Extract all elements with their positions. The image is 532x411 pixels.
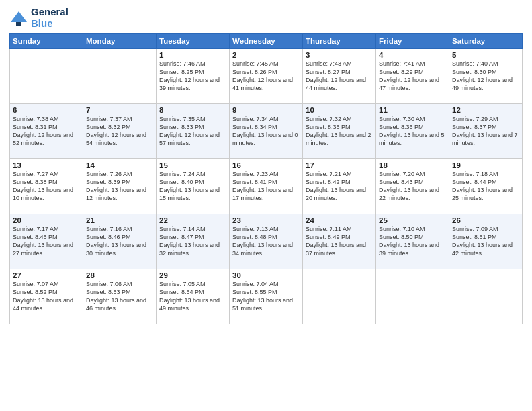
table-row: 13Sunrise: 7:27 AMSunset: 8:38 PMDayligh… — [10, 159, 83, 214]
col-monday: Monday — [83, 34, 157, 49]
day-info: Sunrise: 7:24 AMSunset: 8:40 PMDaylight:… — [159, 170, 226, 203]
sunrise-text: Sunrise: 7:24 AM — [159, 171, 206, 177]
daylight-text: Daylight: 13 hours and 32 minutes. — [159, 242, 220, 257]
table-row — [83, 49, 157, 104]
table-row: 22Sunrise: 7:14 AMSunset: 8:47 PMDayligh… — [157, 214, 230, 269]
day-info: Sunrise: 7:43 AMSunset: 8:27 PMDaylight:… — [306, 60, 373, 93]
sunset-text: Sunset: 8:42 PM — [306, 179, 351, 185]
table-row: 19Sunrise: 7:18 AMSunset: 8:44 PMDayligh… — [449, 159, 523, 214]
day-number: 25 — [379, 216, 446, 224]
sunset-text: Sunset: 8:27 PM — [306, 68, 351, 75]
sunrise-text: Sunrise: 7:45 AM — [232, 60, 279, 67]
day-info: Sunrise: 7:10 AMSunset: 8:50 PMDaylight:… — [379, 225, 446, 258]
sunrise-text: Sunrise: 7:10 AM — [379, 226, 425, 232]
daylight-text: Daylight: 13 hours and 15 minutes. — [159, 187, 220, 201]
day-number: 24 — [306, 216, 373, 224]
table-row: 20Sunrise: 7:17 AMSunset: 8:45 PMDayligh… — [10, 214, 83, 269]
sunrise-text: Sunrise: 7:27 AM — [13, 171, 59, 177]
sunrise-text: Sunrise: 7:17 AM — [13, 226, 59, 232]
col-sunday: Sunday — [10, 34, 83, 49]
daylight-text: Daylight: 13 hours and 25 minutes. — [452, 187, 513, 201]
sunrise-text: Sunrise: 7:32 AM — [306, 116, 352, 122]
calendar-week-row: 27Sunrise: 7:07 AMSunset: 8:52 PMDayligh… — [10, 269, 523, 324]
day-info: Sunrise: 7:26 AMSunset: 8:39 PMDaylight:… — [86, 170, 153, 203]
table-row: 11Sunrise: 7:30 AMSunset: 8:36 PMDayligh… — [376, 104, 449, 159]
col-saturday: Saturday — [449, 34, 523, 49]
daylight-text: Daylight: 13 hours and 10 minutes. — [13, 187, 73, 201]
sunrise-text: Sunrise: 7:21 AM — [306, 171, 352, 177]
header: General Blue — [9, 7, 523, 29]
table-row: 23Sunrise: 7:13 AMSunset: 8:48 PMDayligh… — [230, 214, 303, 269]
daylight-text: Daylight: 12 hours and 49 minutes. — [452, 77, 513, 91]
sunset-text: Sunset: 8:46 PM — [86, 234, 131, 240]
sunset-text: Sunset: 8:37 PM — [452, 124, 497, 130]
table-row: 17Sunrise: 7:21 AMSunset: 8:42 PMDayligh… — [303, 159, 376, 214]
sunset-text: Sunset: 8:43 PM — [379, 179, 424, 185]
day-number: 30 — [232, 271, 300, 279]
table-row: 3Sunrise: 7:43 AMSunset: 8:27 PMDaylight… — [303, 49, 376, 104]
day-info: Sunrise: 7:20 AMSunset: 8:43 PMDaylight:… — [379, 170, 446, 203]
sunset-text: Sunset: 8:40 PM — [159, 179, 204, 185]
sunrise-text: Sunrise: 7:16 AM — [86, 226, 132, 232]
day-number: 18 — [379, 161, 446, 169]
sunrise-text: Sunrise: 7:35 AM — [159, 116, 206, 122]
sunset-text: Sunset: 8:48 PM — [232, 234, 277, 240]
sunset-text: Sunset: 8:36 PM — [379, 124, 424, 130]
sunset-text: Sunset: 8:54 PM — [159, 289, 204, 295]
calendar-week-row: 13Sunrise: 7:27 AMSunset: 8:38 PMDayligh… — [10, 159, 523, 214]
sunrise-text: Sunrise: 7:11 AM — [306, 226, 352, 232]
table-row — [376, 269, 449, 324]
day-info: Sunrise: 7:29 AMSunset: 8:37 PMDaylight:… — [452, 115, 519, 148]
sunrise-text: Sunrise: 7:05 AM — [159, 281, 206, 287]
table-row: 12Sunrise: 7:29 AMSunset: 8:37 PMDayligh… — [449, 104, 523, 159]
day-number: 1 — [159, 51, 226, 59]
sunrise-text: Sunrise: 7:46 AM — [159, 60, 206, 67]
calendar-week-row: 6Sunrise: 7:38 AMSunset: 8:31 PMDaylight… — [10, 104, 523, 159]
day-number: 26 — [452, 216, 519, 224]
table-row: 8Sunrise: 7:35 AMSunset: 8:33 PMDaylight… — [157, 104, 230, 159]
daylight-text: Daylight: 13 hours and 46 minutes. — [86, 297, 146, 312]
day-number: 8 — [159, 106, 226, 114]
table-row: 9Sunrise: 7:34 AMSunset: 8:34 PMDaylight… — [230, 104, 303, 159]
day-info: Sunrise: 7:46 AMSunset: 8:25 PMDaylight:… — [159, 60, 226, 93]
daylight-text: Daylight: 13 hours and 37 minutes. — [306, 242, 366, 257]
table-row: 14Sunrise: 7:26 AMSunset: 8:39 PMDayligh… — [83, 159, 157, 214]
daylight-text: Daylight: 13 hours and 27 minutes. — [13, 242, 73, 257]
day-info: Sunrise: 7:18 AMSunset: 8:44 PMDaylight:… — [452, 170, 519, 203]
day-info: Sunrise: 7:34 AMSunset: 8:34 PMDaylight:… — [232, 115, 300, 148]
day-number: 12 — [452, 106, 519, 114]
sunrise-text: Sunrise: 7:20 AM — [379, 171, 425, 177]
calendar-week-row: 20Sunrise: 7:17 AMSunset: 8:45 PMDayligh… — [10, 214, 523, 269]
day-number: 11 — [379, 106, 446, 114]
sunset-text: Sunset: 8:26 PM — [232, 68, 277, 75]
day-info: Sunrise: 7:30 AMSunset: 8:36 PMDaylight:… — [379, 115, 446, 148]
daylight-text: Daylight: 13 hours and 39 minutes. — [379, 242, 439, 257]
day-info: Sunrise: 7:06 AMSunset: 8:53 PMDaylight:… — [86, 280, 153, 313]
day-number: 7 — [86, 106, 153, 114]
day-info: Sunrise: 7:37 AMSunset: 8:32 PMDaylight:… — [86, 115, 153, 148]
sunrise-text: Sunrise: 7:04 AM — [232, 281, 279, 287]
table-row — [10, 49, 83, 104]
day-info: Sunrise: 7:09 AMSunset: 8:51 PMDaylight:… — [452, 225, 519, 258]
sunset-text: Sunset: 8:38 PM — [13, 179, 58, 185]
sunset-text: Sunset: 8:41 PM — [232, 179, 277, 185]
sunrise-text: Sunrise: 7:26 AM — [86, 171, 132, 177]
sunset-text: Sunset: 8:52 PM — [13, 289, 58, 295]
day-number: 5 — [452, 51, 519, 59]
daylight-text: Daylight: 12 hours and 39 minutes. — [159, 77, 220, 91]
daylight-text: Daylight: 13 hours and 2 minutes. — [306, 132, 371, 146]
day-number: 21 — [86, 216, 153, 224]
daylight-text: Daylight: 13 hours and 12 minutes. — [86, 187, 146, 201]
sunrise-text: Sunrise: 7:29 AM — [452, 116, 498, 122]
day-info: Sunrise: 7:23 AMSunset: 8:41 PMDaylight:… — [232, 170, 300, 203]
daylight-text: Daylight: 12 hours and 57 minutes. — [159, 132, 220, 146]
daylight-text: Daylight: 13 hours and 49 minutes. — [159, 297, 220, 312]
daylight-text: Daylight: 13 hours and 22 minutes. — [379, 187, 439, 201]
logo-icon — [9, 9, 28, 28]
day-info: Sunrise: 7:04 AMSunset: 8:55 PMDaylight:… — [232, 280, 300, 313]
sunset-text: Sunset: 8:53 PM — [86, 289, 131, 295]
sunset-text: Sunset: 8:50 PM — [379, 234, 424, 240]
sunset-text: Sunset: 8:30 PM — [452, 68, 497, 75]
sunrise-text: Sunrise: 7:14 AM — [159, 226, 206, 232]
sunset-text: Sunset: 8:35 PM — [306, 124, 351, 130]
